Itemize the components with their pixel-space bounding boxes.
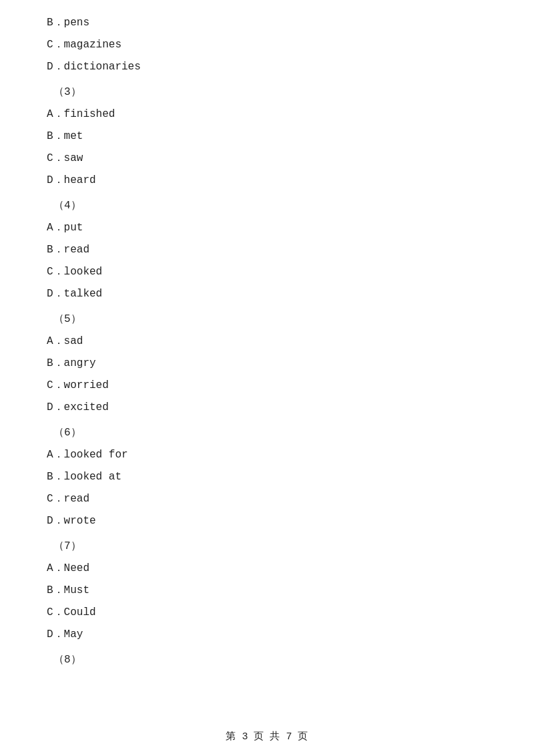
section-label-5: （5） (47, 310, 487, 329)
section-label-7: （7） (47, 537, 487, 556)
item-label: D．wrote (47, 515, 96, 527)
item-label: B．looked at (47, 471, 121, 483)
item-label: C．worried (47, 379, 109, 391)
main-content: B．pens C．magazines D．dictionaries （3） A．… (0, 0, 534, 713)
list-item: D．excited (47, 398, 487, 417)
list-item: B．read (47, 240, 487, 260)
item-label: C．looked (47, 266, 102, 278)
footer-text: 第 3 页 共 7 页 (226, 731, 308, 743)
item-label: B．Must (47, 584, 89, 596)
item-label: A．looked for (47, 449, 128, 461)
section-label-4: （4） (47, 196, 487, 216)
section-top: B．pens C．magazines D．dictionaries (47, 13, 487, 76)
item-label: D．May (47, 628, 83, 640)
section-label-3: （3） (47, 83, 487, 102)
list-item: C．saw (47, 149, 487, 168)
list-item: B．met (47, 127, 487, 146)
section-label-8: （8） (47, 650, 487, 670)
list-item: C．read (47, 490, 487, 509)
section-3: （3） A．finished B．met C．saw D．heard (47, 83, 487, 190)
list-item: B．looked at (47, 467, 487, 487)
item-label: D．heard (47, 174, 96, 186)
list-item: A．put (47, 218, 487, 238)
item-label: A．Need (47, 562, 89, 574)
list-item: D．wrote (47, 512, 487, 531)
list-item: A．Need (47, 559, 487, 578)
list-item: B．Must (47, 581, 487, 600)
list-item: A．sad (47, 332, 487, 351)
item-label: B．angry (47, 357, 96, 369)
section-5: （5） A．sad B．angry C．worried D．excited (47, 310, 487, 417)
list-item: B．angry (47, 354, 487, 373)
item-label: B．pens (47, 17, 89, 29)
item-label: C．magazines (47, 39, 121, 51)
list-item: C．looked (47, 262, 487, 282)
list-item: A．looked for (47, 445, 487, 465)
section-4: （4） A．put B．read C．looked D．talked (47, 196, 487, 303)
item-label: D．excited (47, 401, 109, 413)
list-item: C．worried (47, 376, 487, 395)
item-label: C．read (47, 493, 89, 505)
page-footer: 第 3 页 共 7 页 (0, 730, 534, 743)
list-item: D．May (47, 625, 487, 644)
item-label: A．sad (47, 335, 83, 347)
section-8: （8） (47, 650, 487, 670)
section-label-6: （6） (47, 423, 487, 443)
item-label: C．saw (47, 152, 83, 164)
section-6: （6） A．looked for B．looked at C．read D．wr… (47, 423, 487, 530)
item-label: B．met (47, 130, 83, 142)
item-label: A．put (47, 222, 83, 234)
list-item: C．Could (47, 603, 487, 622)
item-label: C．Could (47, 606, 96, 618)
list-item: B．pens (47, 13, 487, 33)
list-item: A．finished (47, 105, 487, 124)
item-label: B．read (47, 244, 89, 256)
list-item: C．magazines (47, 35, 487, 55)
item-label: A．finished (47, 108, 115, 120)
list-item: D．talked (47, 285, 487, 304)
list-item: D．dictionaries (47, 57, 487, 77)
list-item: D．heard (47, 171, 487, 190)
section-7: （7） A．Need B．Must C．Could D．May (47, 537, 487, 644)
item-label: D．talked (47, 288, 102, 300)
item-label: D．dictionaries (47, 61, 141, 73)
